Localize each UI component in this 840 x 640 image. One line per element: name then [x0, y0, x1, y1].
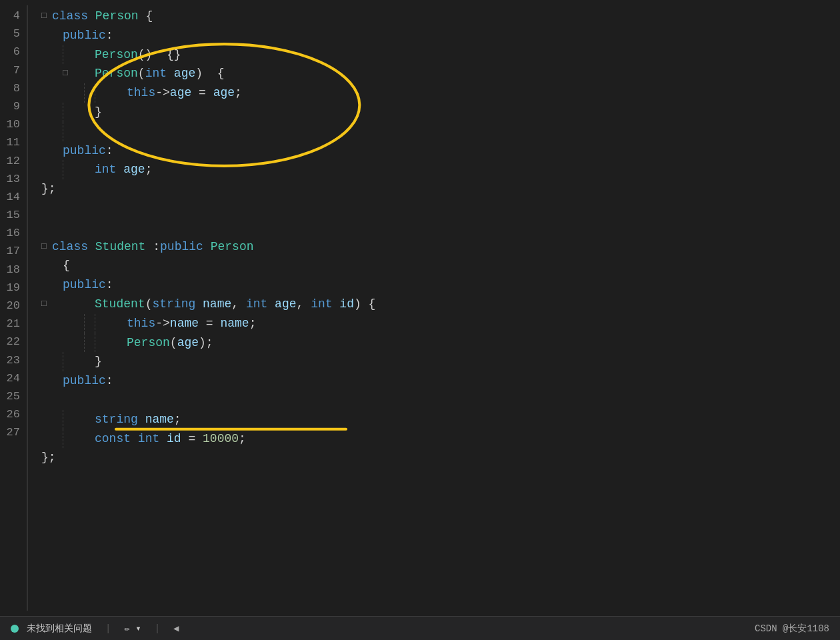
arrow-left-btn[interactable]: ◀	[173, 623, 179, 634]
code-line-7: □Person(int age) {	[41, 64, 840, 83]
kw-int-5: int	[138, 429, 159, 449]
kw-public-2: public	[63, 141, 106, 161]
kw-const: const	[95, 429, 131, 449]
ln-12: 12	[0, 152, 20, 170]
kw-public-1: public	[63, 26, 106, 45]
ln-13: 13	[0, 170, 20, 188]
num-10000: 10000	[203, 429, 239, 449]
kw-public-inherit: public	[160, 237, 211, 257]
ln-7: 7	[0, 61, 20, 79]
param-id-1: id	[339, 295, 354, 314]
line-numbers: 4 5 6 7 8 9 10 11 12 13 14 15 16 17 18 1…	[0, 5, 28, 611]
code-line-8: this->age = age;	[41, 83, 840, 103]
code-line-6: Person() {}	[41, 45, 840, 65]
kw-public-3: public	[63, 275, 106, 295]
ln-6: 6	[0, 43, 20, 61]
fn-person-int: Person	[95, 64, 138, 83]
ln-27: 27	[0, 423, 20, 441]
code-line-22: }	[41, 352, 840, 371]
ln-17: 17	[0, 242, 20, 260]
kw-int-2: int	[95, 160, 116, 179]
param-age-2: age	[275, 295, 296, 314]
kw-class-1: class	[52, 7, 95, 26]
kw-int-3: int	[246, 295, 267, 314]
member-age-1: age	[170, 83, 191, 103]
ln-9: 9	[0, 97, 20, 115]
ln-25: 25	[0, 387, 20, 405]
var-name-1: name	[220, 314, 249, 333]
code-line-19: □Student(string name, int age, int id) {	[41, 295, 840, 314]
collapse-icon-4[interactable]: □	[41, 9, 52, 23]
pencil-icon[interactable]: ✏️ ▾	[124, 623, 141, 634]
ln-19: 19	[0, 279, 20, 297]
code-line-16: □class Student :public Person	[41, 237, 840, 257]
code-line-14	[41, 199, 840, 218]
code-line-20: this->name = name;	[41, 314, 840, 333]
collapse-icon-7[interactable]: □	[63, 67, 73, 81]
ln-14: 14	[0, 188, 20, 206]
ln-24: 24	[0, 369, 20, 387]
member-id: id	[167, 429, 181, 449]
code-line-25: string name;	[41, 410, 840, 429]
ln-4: 4	[0, 7, 20, 25]
kw-this-1: this	[127, 83, 155, 103]
code-line-24	[41, 391, 840, 410]
code-line-9: }	[41, 103, 840, 122]
collapse-icon-19[interactable]: □	[41, 297, 52, 311]
code-line-15	[41, 218, 840, 237]
code-line-4: □class Person {	[41, 7, 840, 26]
ln-15: 15	[0, 206, 20, 224]
param-name-1: name	[203, 295, 231, 314]
code-line-11: public:	[41, 141, 840, 161]
class-student-name: Student	[95, 237, 146, 257]
ln-20: 20	[0, 297, 20, 315]
collapse-icon-16[interactable]: □	[41, 240, 52, 254]
code-area: □class Person { public: Person() {} □Per…	[28, 5, 840, 611]
status-divider-2: |	[155, 623, 160, 634]
fn-person-call: Person	[127, 333, 170, 353]
kw-this-2: this	[127, 314, 155, 333]
code-line-27: };	[41, 448, 840, 467]
kw-string-2: string	[95, 410, 138, 429]
status-bar-right: CSDN @长安1108	[755, 623, 829, 635]
editor-area: 4 5 6 7 8 9 10 11 12 13 14 15 16 17 18 1…	[0, 0, 840, 616]
ln-26: 26	[0, 405, 20, 423]
ln-8: 8	[0, 79, 20, 97]
fn-student-ctor: Student	[95, 295, 145, 314]
status-bar: 未找到相关问题 | ✏️ ▾ | ◀ CSDN @长安1108	[0, 616, 840, 640]
code-line-18: public:	[41, 275, 840, 295]
code-line-26: const int id = 10000;	[41, 429, 840, 449]
status-bar-left: 未找到相关问题 | ✏️ ▾ | ◀	[11, 623, 755, 635]
ln-22: 22	[0, 333, 20, 351]
param-age-1: age	[174, 64, 195, 83]
kw-string-1: string	[152, 295, 195, 314]
class-person-name: Person	[95, 7, 139, 26]
ln-23: 23	[0, 351, 20, 369]
var-age-call: age	[177, 333, 199, 353]
code-line-12: int age;	[41, 160, 840, 179]
code-line-13: };	[41, 179, 840, 199]
var-age-1: age	[213, 83, 235, 103]
ln-21: 21	[0, 315, 20, 333]
kw-public-4: public	[63, 371, 106, 391]
ln-5: 5	[0, 25, 20, 43]
code-line-23: public:	[41, 371, 840, 391]
ln-18: 18	[0, 261, 20, 279]
kw-class-2: class	[52, 237, 95, 257]
ln-16: 16	[0, 224, 20, 242]
code-line-5: public:	[41, 26, 840, 45]
code-line-10	[41, 122, 840, 141]
code-line-17: {	[41, 256, 840, 275]
ln-11: 11	[0, 133, 20, 151]
fn-person-default: Person	[95, 45, 138, 65]
kw-int-4: int	[311, 295, 332, 314]
no-issues-icon	[11, 625, 19, 633]
status-divider-1: |	[105, 623, 111, 634]
class-person-ref: Person	[211, 237, 254, 257]
brand-label: CSDN @长安1108	[755, 623, 829, 634]
code-line-21: Person(age);	[41, 333, 840, 353]
no-issues-label: 未找到相关问题	[27, 623, 92, 635]
ln-10: 10	[0, 115, 20, 133]
member-name-1: name	[170, 314, 199, 333]
member-name-2: name	[145, 410, 174, 429]
